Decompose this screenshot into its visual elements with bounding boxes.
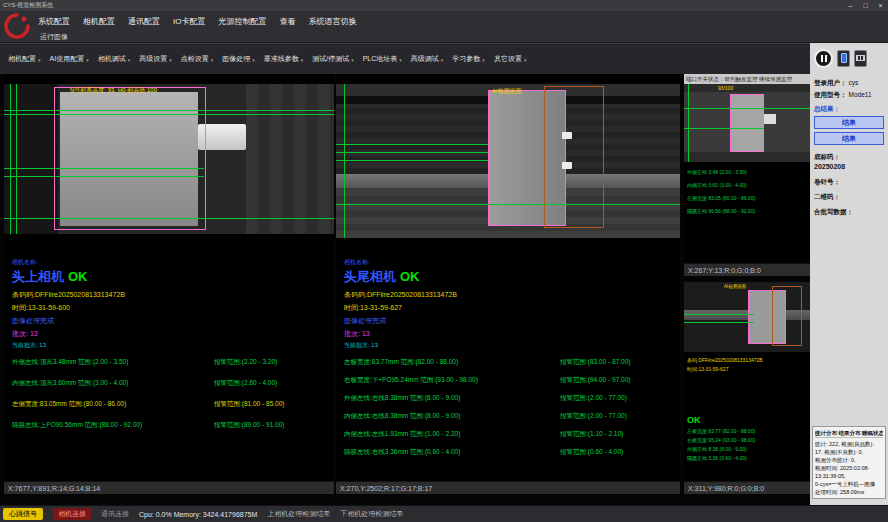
left-camera-image[interactable]: N号剥离高度: 93. H0-剥高值:100 (4, 84, 334, 234)
tab-baseline-params[interactable]: 基准线参数 (261, 50, 307, 68)
camera-name-row: 头上相机 OK (12, 268, 330, 286)
pause-button[interactable] (814, 49, 833, 68)
camera-connection-badge: 相机连接 (53, 508, 91, 520)
measurement-alarm: 报警范围:(2.60 - 4.00) (214, 379, 330, 388)
menu-item-camera-config[interactable]: 相机配置 (83, 16, 115, 27)
measurement-alarm: 报警范围:(83.00 - 87.00) (560, 358, 676, 367)
measurement-text: 内侧左线:顶高3.60mm 范围:(3.00 - 4.00) (12, 379, 214, 388)
model-label: 使用型号： (814, 90, 847, 99)
bottom-code-value: 20250208 (814, 162, 884, 171)
tab-plc-table[interactable]: PLC地址表 (360, 50, 405, 68)
bright-spot (562, 162, 572, 169)
ai-overlay-label: AI检测画面 (492, 87, 522, 96)
login-user-value: cys (849, 78, 859, 87)
measurement-row: 外侧左线:顶高3.48mm 范围:(2.00 - 3.50) 报警范围:(2.2… (12, 358, 330, 367)
tab-advanced-settings[interactable]: 高级设置 (136, 50, 175, 68)
preview-measure-line: 隔膜左线:90.56 (88.00 - 92.00) (687, 205, 807, 218)
overlay-line (4, 114, 334, 115)
time-text: 时间:13-31-59-600 (12, 303, 330, 313)
mid-result-info: 相机名称: 头尾相机 OK 条码码:DFFiire202502081331347… (344, 258, 676, 466)
image-region (684, 84, 810, 92)
overlay-line (684, 314, 754, 315)
run-image-label[interactable]: 运行图像 (40, 32, 68, 42)
device-screen-icon (841, 53, 847, 63)
batch-text: 批次: 13 (344, 329, 676, 339)
menu-item-comm-config[interactable]: 通讯配置 (128, 16, 160, 27)
comm-connection-badge: 通讯连接 (101, 509, 129, 519)
measurement-list: 外侧左线:顶高3.48mm 范围:(2.00 - 3.50) 报警范围:(2.2… (12, 358, 330, 430)
preview-camera-image-bottom[interactable]: AI检测画面 (684, 282, 810, 352)
menu-item-light-config[interactable]: 光源控制配置 (218, 16, 266, 27)
result-box-2: 结果 (814, 132, 884, 145)
total-result-label: 总结果： (814, 104, 884, 113)
tab-other-settings[interactable]: 其它设置 (491, 50, 530, 68)
preview-camera-image-top[interactable]: 93/100 (684, 84, 810, 162)
measurement-alarm: 报警范围:(81.00 - 85.00) (214, 400, 330, 409)
minimize-button[interactable]: – (843, 0, 858, 11)
time-text: 时间:13-31-59-627 (344, 303, 676, 313)
main-area: 端口开关状态：研判触发监控 继续传感监控 N号剥离高度: 93. H0-剥高值:… (0, 74, 810, 505)
measure-overlay-label: N号剥离高度: 93. H0-剥高值:100 (70, 86, 157, 95)
cpu-memory-status: Cpu: 0.0% Memory: 3424.41796875M (139, 511, 257, 518)
tab-spot-check[interactable]: 点检设置 (178, 50, 217, 68)
measure-overlay-label: 93/100 (718, 85, 733, 91)
batch-text: 批次: 13 (12, 329, 330, 339)
statistics-header: 统计分布 结果分布 睡眠状态 (815, 429, 883, 438)
batch-sub-text: 当前批次: 13 (344, 341, 676, 350)
right-sidebar: 登录用户： cys 使用型号： Mode11 总结果： 结果 结果 底标码： 2… (810, 43, 888, 505)
tab-test-toggle[interactable]: 测试/停测试 (309, 50, 356, 68)
sidebar-fields: 登录用户： cys 使用型号： Mode11 总结果： 结果 结果 底标码： 2… (810, 73, 888, 218)
chevron-down-icon (86, 56, 89, 63)
batch-sub-text: 当前批次: 13 (12, 341, 330, 350)
menu-item-io-config[interactable]: IO卡配置 (173, 16, 205, 27)
preview-result-status: OK (687, 416, 807, 425)
statistics-line: 检测时间: 2025:02:08- (815, 464, 883, 472)
chevron-down-icon (524, 56, 527, 63)
preview-measure-line: 外侧左线:8.38 (8.00 - 9.00) (687, 445, 807, 454)
toolbar: 相机配置 AI使用配置 相机调试 高级设置 点检设置 图像处理 基准线参数 测试… (0, 43, 810, 74)
measurement-alarm: 报警范围:(1.10 - 2.10) (560, 430, 676, 439)
menu-bar: 系统配置 相机配置 通讯配置 IO卡配置 光源控制配置 查看 系统语言切换 (0, 11, 888, 31)
preview-info-bottom: 条码:DFFiire2025020813313472B 时间:13-31-59-… (684, 352, 810, 463)
close-button[interactable]: × (873, 0, 888, 11)
tab-learning-params[interactable]: 学习参数 (449, 50, 488, 68)
mid-camera-image[interactable]: AI检测画面 (336, 84, 680, 238)
statistics-line: 处理时间: 258.09ms (815, 488, 883, 496)
measurement-alarm: 报警范围:(94.00 - 97.00) (560, 376, 676, 385)
status-bar: 心跳信号 相机连接 通讯连接 Cpu: 0.0% Memory: 3424.41… (0, 505, 888, 522)
measurement-alarm: 报警范围:(0.60 - 4.00) (560, 448, 676, 457)
result-status: OK (68, 269, 88, 284)
preview-measure-line: 外侧左线:3.48 (2.00 - 3.50) (687, 166, 807, 179)
tab-ai-config[interactable]: AI使用配置 (47, 50, 92, 68)
preview-info-top: 外侧左线:3.48 (2.00 - 3.50) 内侧左线:3.60 (3.00 … (684, 162, 810, 218)
overlay-line (344, 84, 345, 238)
chevron-down-icon (301, 56, 304, 63)
menu-item-view[interactable]: 查看 (279, 16, 295, 27)
device-button[interactable] (837, 50, 850, 67)
chevron-down-icon (211, 56, 214, 63)
measurement-row: 内侧左线:右线8.38mm 范围:(8.00 - 9.00) 报警范围:(2.0… (344, 412, 676, 421)
measurement-text: 外侧左线:右线8.38mm 范围:(8.00 - 9.00) (344, 394, 560, 403)
camera-tag-label: 相机名称: (12, 258, 330, 267)
measurement-list: 左极宽度:83.77mm 范围:(82.00 - 88.00) 报警范围:(83… (344, 358, 676, 457)
measurement-text: 内侧左线:右线8.38mm 范围:(8.00 - 9.00) (344, 412, 560, 421)
lower-camera-result-label: 下相机处理检测结果 (340, 509, 403, 519)
process-status: 图像处理完成 (12, 316, 330, 326)
tab-advanced-debug[interactable]: 高级调试 (408, 50, 447, 68)
preview-panel-bottom: AI检测画面 条码:DFFiire2025020813313472B 时间:13… (684, 282, 810, 494)
measurement-text: 左极宽度:83.77mm 范围:(82.00 - 88.00) (344, 358, 560, 367)
menu-item-language[interactable]: 系统语言切换 (308, 16, 356, 27)
keyboard-button[interactable] (854, 50, 867, 67)
tab-camera-debug[interactable]: 相机调试 (95, 50, 134, 68)
connector-region (764, 114, 776, 124)
chevron-down-icon (252, 56, 255, 63)
statistics-line: 17, 检测(不良数): 0, (815, 448, 883, 456)
maximize-button[interactable]: □ (858, 0, 873, 11)
menu-item-system-config[interactable]: 系统配置 (38, 16, 70, 27)
pixel-coords-bar: X:311;Y:980;R:0;G:0;B:0 (684, 481, 810, 494)
tab-camera-config[interactable]: 相机配置 (5, 50, 44, 68)
overlay-line (336, 144, 488, 145)
camera-name: 头上相机 (12, 268, 64, 286)
tab-image-processing[interactable]: 图像处理 (219, 50, 258, 68)
overlay-line (4, 218, 334, 219)
